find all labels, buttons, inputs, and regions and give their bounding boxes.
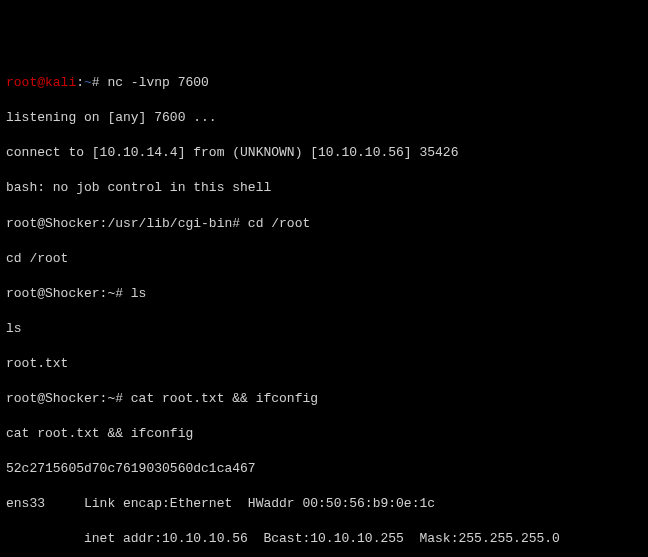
- output-flag: 52c2715605d70c7619030560dc1ca467: [6, 460, 642, 478]
- echo-cd-root: cd /root: [6, 250, 642, 268]
- ifconfig-ens33-inet: inet addr:10.10.10.56 Bcast:10.10.10.255…: [6, 530, 642, 548]
- output-roottxt: root.txt: [6, 355, 642, 373]
- echo-cat-ifconfig: cat root.txt && ifconfig: [6, 425, 642, 443]
- output-nojobcontrol: bash: no job control in this shell: [6, 179, 642, 197]
- cmd-nc: nc -lvnp 7600: [107, 75, 208, 90]
- echo-ls: ls: [6, 320, 642, 338]
- ifconfig-ens33-header: ens33 Link encap:Ethernet HWaddr 00:50:5…: [6, 495, 642, 513]
- prompt-line-shocker-cat[interactable]: root@Shocker:~# cat root.txt && ifconfig: [6, 390, 642, 408]
- prompt-line-kali[interactable]: root@kali:~# nc -lvnp 7600: [6, 74, 642, 92]
- output-connect: connect to [10.10.14.4] from (UNKNOWN) […: [6, 144, 642, 162]
- prompt-user-host: root@kali: [6, 75, 76, 90]
- output-listening: listening on [any] 7600 ...: [6, 109, 642, 127]
- prompt-line-shocker-ls[interactable]: root@Shocker:~# ls: [6, 285, 642, 303]
- prompt-line-shocker-cgibin[interactable]: root@Shocker:/usr/lib/cgi-bin# cd /root: [6, 215, 642, 233]
- prompt-path: ~: [84, 75, 92, 90]
- prompt-hash: #: [92, 75, 108, 90]
- prompt-sep: :: [76, 75, 84, 90]
